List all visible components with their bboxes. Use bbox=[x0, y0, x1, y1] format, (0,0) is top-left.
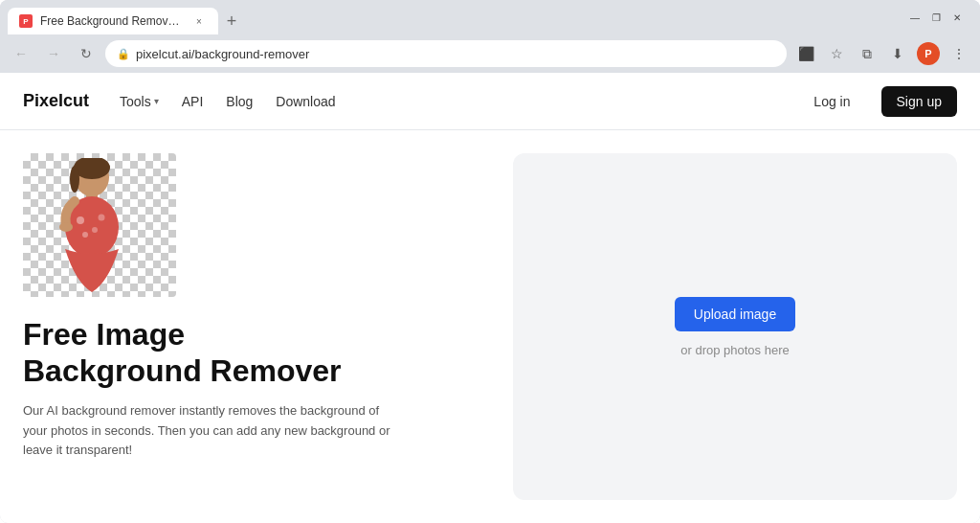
hero-title-line1: Free Image bbox=[23, 317, 185, 352]
site-nav: Pixelcut Tools ▾ API Blog Download Log i… bbox=[0, 73, 980, 130]
svg-point-6 bbox=[92, 227, 98, 233]
drop-photos-text: or drop photos here bbox=[680, 343, 789, 357]
tab-favicon: P bbox=[19, 14, 33, 28]
profile-avatar: P bbox=[917, 42, 940, 65]
hero-title: Free Image Background Remover bbox=[23, 316, 482, 390]
main-content: Free Image Background Remover Our AI bac… bbox=[0, 130, 980, 523]
nav-api[interactable]: API bbox=[182, 94, 204, 109]
page-content: Pixelcut Tools ▾ API Blog Download Log i… bbox=[0, 73, 980, 523]
site-logo: Pixelcut bbox=[23, 91, 89, 111]
upload-image-button[interactable]: Upload image bbox=[675, 297, 795, 331]
cast-icon-button[interactable]: ⬛ bbox=[792, 40, 819, 67]
url-text: pixelcut.ai/background-remover bbox=[136, 47, 775, 61]
forward-button[interactable]: → bbox=[40, 40, 67, 67]
tab-title: Free Background Remover: Re… bbox=[40, 14, 184, 28]
close-button[interactable]: ✕ bbox=[949, 10, 965, 25]
profile-button[interactable]: P bbox=[915, 40, 942, 67]
bookmark-button[interactable]: ☆ bbox=[823, 40, 850, 67]
svg-point-5 bbox=[77, 216, 84, 224]
nav-download[interactable]: Download bbox=[276, 94, 335, 109]
browser-toolbar-icons: ⬛ ☆ ⧉ ⬇ P ⋮ bbox=[792, 40, 972, 67]
svg-point-9 bbox=[59, 222, 73, 232]
hero-description: Our AI background remover instantly remo… bbox=[23, 401, 406, 461]
url-bar[interactable]: 🔒 pixelcut.ai/background-remover bbox=[105, 40, 787, 67]
tab-close-button[interactable]: × bbox=[191, 13, 207, 29]
hero-title-line2: Background Remover bbox=[23, 353, 342, 388]
download-button[interactable]: ⬇ bbox=[884, 40, 911, 67]
left-section: Free Image Background Remover Our AI bac… bbox=[23, 153, 482, 500]
three-dots-icon: ⋮ bbox=[952, 46, 966, 61]
nav-tools[interactable]: Tools ▾ bbox=[120, 94, 159, 109]
bookmark-icon: ☆ bbox=[831, 46, 843, 61]
menu-button[interactable]: ⋮ bbox=[946, 40, 972, 67]
svg-point-8 bbox=[99, 215, 105, 221]
reload-button[interactable]: ↻ bbox=[73, 40, 100, 67]
puzzle-icon: ⧉ bbox=[862, 46, 872, 62]
nav-tools-label: Tools bbox=[120, 94, 151, 109]
chevron-down-icon: ▾ bbox=[154, 96, 159, 106]
extensions-button[interactable]: ⧉ bbox=[854, 40, 880, 67]
login-link[interactable]: Log in bbox=[813, 94, 850, 109]
back-button[interactable]: ← bbox=[8, 40, 34, 67]
browser-tab[interactable]: P Free Background Remover: Re… × bbox=[8, 8, 218, 34]
window-controls: — ❐ ✕ bbox=[907, 10, 965, 25]
lock-icon: 🔒 bbox=[117, 48, 130, 60]
woman-silhouette bbox=[42, 158, 138, 297]
maximize-button[interactable]: ❐ bbox=[928, 10, 944, 25]
address-bar: ← → ↻ 🔒 pixelcut.ai/background-remover ⬛… bbox=[0, 34, 980, 73]
upload-area[interactable]: Upload image or drop photos here bbox=[513, 153, 957, 500]
browser-window: P Free Background Remover: Re… × + — ❐ ✕… bbox=[0, 0, 980, 523]
minimize-button[interactable]: — bbox=[907, 10, 923, 25]
signup-button[interactable]: Sign up bbox=[881, 86, 957, 117]
title-bar: P Free Background Remover: Re… × + — ❐ ✕ bbox=[0, 0, 980, 34]
download-icon: ⬇ bbox=[892, 46, 903, 61]
svg-point-7 bbox=[82, 232, 88, 238]
svg-point-2 bbox=[70, 166, 79, 193]
new-tab-button[interactable]: + bbox=[218, 8, 245, 34]
nav-api-label: API bbox=[182, 94, 204, 109]
nav-blog-label: Blog bbox=[226, 94, 253, 109]
hero-image bbox=[23, 153, 176, 297]
tab-bar: P Free Background Remover: Re… × + bbox=[8, 0, 903, 34]
cast-icon: ⬛ bbox=[798, 46, 814, 61]
nav-download-label: Download bbox=[276, 94, 335, 109]
nav-blog[interactable]: Blog bbox=[226, 94, 253, 109]
